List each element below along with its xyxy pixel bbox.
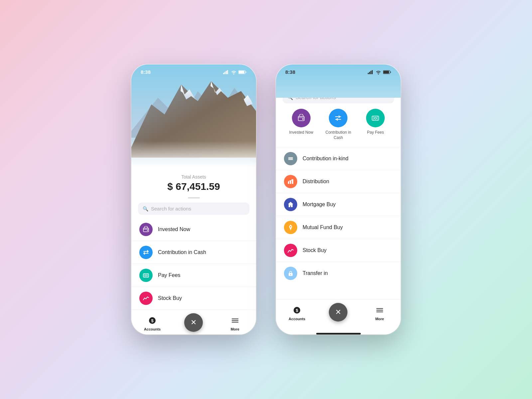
wallet-icon-quick <box>297 114 305 122</box>
svg-point-35 <box>374 117 376 119</box>
nav-more-2[interactable]: More <box>370 306 390 321</box>
lock-icon <box>287 270 294 277</box>
nav-accounts-2[interactable]: $ Accounts <box>287 306 307 321</box>
action-item-mutual-fund-buy[interactable]: Mutual Fund Buy <box>276 216 401 239</box>
action-label-mortgage-buy: Mortgage Buy <box>303 201 336 207</box>
mortgage-buy-icon <box>284 198 297 211</box>
bottom-nav-2: $ Accounts ✕ <box>276 299 401 331</box>
action-label-transfer-in: Transfer in <box>303 270 328 276</box>
bottom-sheet: 🔍 Search for actions <box>276 81 401 334</box>
stock-buy-icon <box>139 292 153 305</box>
chart-icon <box>143 295 149 302</box>
battery-icon-2 <box>383 70 391 74</box>
battery-icon <box>238 70 247 74</box>
accounts-icon-2: $ <box>293 306 301 316</box>
hero-image <box>131 65 256 168</box>
quick-pay-fees-label: Pay Fees <box>367 130 384 135</box>
action-item-mortgage-buy[interactable]: Mortgage Buy <box>276 193 401 216</box>
svg-point-44 <box>290 226 291 227</box>
action-label-pay-fees: Pay Fees <box>158 272 181 278</box>
svg-rect-28 <box>372 70 373 74</box>
dollar-circle-icon-2: $ <box>293 306 301 314</box>
more-icon-2 <box>376 306 384 316</box>
phones-container: 8:38 <box>131 65 401 334</box>
action-label-invested-now: Invested Now <box>158 226 190 232</box>
action-item-pay-fees[interactable]: Pay Fees <box>131 264 256 287</box>
action-item-contribution-inkind[interactable]: Contribution in-kind <box>276 147 401 170</box>
action-item-distribution[interactable]: Distribution <box>276 170 401 193</box>
action-label-mutual-fund-buy: Mutual Fund Buy <box>303 224 343 230</box>
svg-rect-5 <box>239 71 244 73</box>
chart-line-icon <box>287 247 294 254</box>
svg-text:$: $ <box>151 318 154 323</box>
nav-fab-1[interactable]: ✕ <box>184 313 203 332</box>
quick-invested-now-label: Invested Now <box>289 130 313 135</box>
svg-point-33 <box>302 118 304 120</box>
distribution-icon <box>284 175 297 188</box>
svg-rect-14 <box>143 229 149 230</box>
quick-actions: Invested Now Contribution in Cash <box>276 103 401 147</box>
action-label-contribution-cash: Contribution in Cash <box>158 249 206 255</box>
stock-buy-icon-2 <box>284 244 297 257</box>
home-indicator-2 <box>316 333 361 334</box>
accounts-icon-1: $ <box>148 317 156 326</box>
quick-invested-now-icon <box>292 109 311 127</box>
drag-handle <box>188 197 200 199</box>
svg-rect-27 <box>370 71 371 74</box>
svg-rect-30 <box>383 71 389 73</box>
svg-text:$: $ <box>296 308 299 313</box>
nav-more-1[interactable]: More <box>225 317 245 331</box>
wifi-icon <box>231 70 237 74</box>
status-time-1: 8:38 <box>141 69 151 75</box>
nav-accounts-1[interactable]: $ Accounts <box>142 317 162 331</box>
transfer-icon <box>143 249 149 256</box>
action-item-stock-buy[interactable]: Stock Buy <box>131 287 256 310</box>
hamburger-icon-2 <box>376 306 384 314</box>
svg-rect-26 <box>369 72 370 74</box>
signal-icon-2 <box>368 70 374 74</box>
mutual-fund-buy-icon <box>284 221 297 234</box>
action-item-invested-now[interactable]: Invested Now <box>131 218 256 241</box>
action-label-stock-buy: Stock Buy <box>158 295 182 301</box>
nav-accounts-label-1: Accounts <box>144 327 161 331</box>
svg-rect-16 <box>143 274 149 277</box>
signal-icon <box>223 70 229 74</box>
svg-point-17 <box>145 275 147 276</box>
status-icons-1 <box>223 70 247 74</box>
quick-action-invested-now[interactable]: Invested Now <box>288 109 315 140</box>
action-item-stock-buy-2[interactable]: Stock Buy <box>276 239 401 262</box>
search-bar-1[interactable]: 🔍 Search for actions <box>138 202 249 215</box>
phone2-content: 🔍 Search for actions <box>276 65 401 334</box>
invested-now-icon <box>139 223 153 236</box>
action-label-stock-buy-2: Stock Buy <box>303 247 327 253</box>
quick-contribution-cash-icon <box>329 109 347 127</box>
wifi-icon-2 <box>375 70 381 74</box>
svg-rect-32 <box>298 117 304 118</box>
svg-point-46 <box>290 274 291 275</box>
nav-more-label-2: More <box>375 317 384 321</box>
wallet-icon <box>143 226 149 233</box>
contribution-cash-icon <box>139 246 153 259</box>
more-icon-1 <box>231 317 239 326</box>
action-item-contribution-cash[interactable]: Contribution in Cash <box>131 241 256 264</box>
quick-action-contribution-cash[interactable]: Contribution in Cash <box>325 109 351 140</box>
svg-rect-1 <box>224 72 225 74</box>
total-assets-label: Total Assets <box>131 174 256 180</box>
list-icon <box>287 155 294 162</box>
chart-bar-icon <box>287 178 294 185</box>
svg-point-15 <box>147 230 148 231</box>
svg-rect-12 <box>131 141 256 168</box>
phone-2: 8:38 <box>276 65 401 334</box>
close-icon-2: ✕ <box>335 308 341 317</box>
action-item-transfer-in[interactable]: Transfer in <box>276 262 401 285</box>
action-label-distribution: Distribution <box>303 179 329 185</box>
svg-rect-34 <box>372 116 379 120</box>
quick-action-pay-fees[interactable]: Pay Fees <box>362 109 389 140</box>
action-label-contribution-inkind: Contribution in-kind <box>303 156 348 162</box>
nav-fab-2[interactable]: ✕ <box>329 303 347 322</box>
bottom-nav-1: $ Accounts ✕ Mo <box>131 310 256 334</box>
svg-rect-25 <box>368 73 369 74</box>
money-icon-quick <box>371 114 379 122</box>
svg-rect-13 <box>143 228 149 232</box>
status-icons-2 <box>368 70 391 74</box>
